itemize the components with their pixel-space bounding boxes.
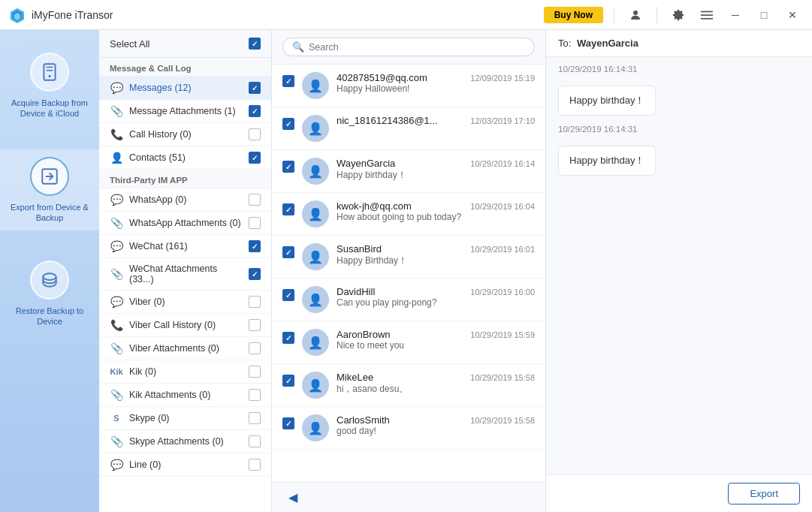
maximize-button[interactable]: □ xyxy=(753,5,774,26)
panel-item-skype-att[interactable]: 📎 Skype Attachments (0) xyxy=(99,430,271,453)
account-button[interactable] xyxy=(625,5,646,26)
kik-label: Kik (0) xyxy=(129,366,243,377)
menu-button[interactable] xyxy=(696,5,717,26)
export-icon xyxy=(30,157,69,196)
sidebar-item-acquire[interactable]: Acquire Backup from Device & iCloud xyxy=(0,45,99,127)
wechat-att-icon: 📎 xyxy=(110,268,123,280)
sidebar-item-restore[interactable]: Restore Backup to Device xyxy=(0,253,99,335)
svg-rect-4 xyxy=(701,11,713,12)
wechat-checkbox[interactable] xyxy=(249,240,261,252)
viber-call-checkbox[interactable] xyxy=(249,319,261,331)
message-item[interactable]: 👤 CarlosSmith 10/29/2019 15:58 good day! xyxy=(272,407,545,450)
export-button[interactable]: Export xyxy=(728,483,800,504)
contacts-label: Contacts (51) xyxy=(129,152,243,163)
message-item[interactable]: 👤 DavidHill 10/29/2019 16:00 Can you pla… xyxy=(272,279,545,321)
msg-avatar: 👤 xyxy=(302,372,329,399)
whatsapp-att-checkbox[interactable] xyxy=(249,217,261,229)
msg-avatar: 👤 xyxy=(302,200,329,227)
viber-call-icon: 📞 xyxy=(110,319,123,331)
msg-checkbox[interactable] xyxy=(282,246,294,258)
msg-attach-label: Message Attachments (1) xyxy=(129,106,243,116)
panel-item-whatsapp-att[interactable]: 📎 WhatsApp Attachments (0) xyxy=(99,212,271,235)
minimize-button[interactable]: ─ xyxy=(725,5,746,26)
msg-name: DavidHill xyxy=(337,286,375,297)
message-item[interactable]: 👤 AaronBrown 10/29/2019 15:59 Nice to me… xyxy=(272,321,545,364)
kik-icon: Kik xyxy=(110,367,123,376)
msg-checkbox[interactable] xyxy=(282,203,294,215)
restore-icon xyxy=(30,261,69,300)
close-button[interactable]: ✕ xyxy=(782,5,803,26)
line-checkbox[interactable] xyxy=(249,459,261,471)
message-item[interactable]: 👤 MikeLee 10/29/2019 15:58 hi，asano desu… xyxy=(272,364,545,407)
msg-preview: How about going to pub today? xyxy=(337,212,535,222)
wechat-att-checkbox[interactable] xyxy=(249,268,261,280)
msg-checkbox[interactable] xyxy=(282,332,294,344)
msg-avatar: 👤 xyxy=(302,286,329,313)
msg-checkbox[interactable] xyxy=(282,118,294,130)
panel-item-messages[interactable]: 💬 Messages (12) xyxy=(99,77,271,100)
viber-checkbox[interactable] xyxy=(249,296,261,308)
panel-item-wechat-att[interactable]: 📎 WeChat Attachments (33...) xyxy=(99,258,271,291)
settings-button[interactable] xyxy=(668,5,689,26)
msg-date: 10/29/2019 16:01 xyxy=(470,245,535,254)
panel-item-contacts[interactable]: 👤 Contacts (51) xyxy=(99,146,271,170)
panel-item-call-history[interactable]: 📞 Call History (0) xyxy=(99,123,271,146)
panel-item-viber-att[interactable]: 📎 Viber Attachments (0) xyxy=(99,337,271,360)
messages-checkbox[interactable] xyxy=(249,82,261,94)
svg-point-3 xyxy=(633,11,638,15)
skype-att-icon: 📎 xyxy=(110,435,123,447)
back-button[interactable]: ◀ xyxy=(282,489,303,506)
sidebar-item-export[interactable]: Export from Device & Backup xyxy=(0,149,99,231)
panel-item-viber-call[interactable]: 📞 Viber Call History (0) xyxy=(99,314,271,337)
msg-checkbox[interactable] xyxy=(282,417,294,429)
panel-item-skype[interactable]: S Skype (0) xyxy=(99,407,271,430)
msg-checkbox[interactable] xyxy=(282,161,294,173)
search-input[interactable] xyxy=(309,42,525,53)
message-item[interactable]: 👤 SusanBird 10/29/2019 16:01 Happy Birth… xyxy=(272,236,545,279)
call-checkbox[interactable] xyxy=(249,128,261,140)
skype-checkbox[interactable] xyxy=(249,412,261,424)
panel-item-whatsapp[interactable]: 💬 WhatsApp (0) xyxy=(99,188,271,212)
app-title: iMyFone iTransor xyxy=(32,9,113,21)
panel: Select All Message & Call Log 💬 Messages… xyxy=(99,30,272,512)
msg-attach-checkbox[interactable] xyxy=(249,105,261,117)
msg-checkbox[interactable] xyxy=(282,289,294,301)
message-item[interactable]: 👤 402878519@qq.com 12/09/2019 15:19 Happ… xyxy=(272,65,545,107)
panel-item-line[interactable]: 💬 Line (0) xyxy=(99,453,271,477)
sidebar-label-restore: Restore Backup to Device xyxy=(6,306,93,327)
kik-att-checkbox[interactable] xyxy=(249,389,261,401)
panel-item-wechat[interactable]: 💬 WeChat (161) xyxy=(99,235,271,258)
contacts-checkbox[interactable] xyxy=(249,152,261,164)
message-item[interactable]: 👤 WayenGarcia 10/29/2019 16:14 Happy bir… xyxy=(272,150,545,193)
message-item[interactable]: 👤 kwok-jh@qq.com 10/29/2019 16:04 How ab… xyxy=(272,193,545,236)
buy-now-button[interactable]: Buy Now xyxy=(544,7,603,23)
whatsapp-att-label: WhatsApp Attachments (0) xyxy=(129,218,243,228)
whatsapp-label: WhatsApp (0) xyxy=(129,194,243,205)
msg-content: AaronBrown 10/29/2019 15:59 Nice to meet… xyxy=(337,329,535,351)
kik-checkbox[interactable] xyxy=(249,366,261,378)
sidebar-label-acquire: Acquire Backup from Device & iCloud xyxy=(6,98,93,119)
viber-att-checkbox[interactable] xyxy=(249,342,261,354)
msg-checkbox[interactable] xyxy=(282,375,294,387)
panel-item-kik[interactable]: Kik Kik (0) xyxy=(99,360,271,384)
panel-item-viber[interactable]: 💬 Viber (0) xyxy=(99,291,271,314)
separator xyxy=(614,7,614,23)
message-items: 👤 402878519@qq.com 12/09/2019 15:19 Happ… xyxy=(272,65,545,482)
skype-label: Skype (0) xyxy=(129,413,243,423)
message-list-header: 🔍 xyxy=(272,30,545,65)
msg-preview: Nice to meet you xyxy=(337,340,535,351)
message-item[interactable]: 👤 nic_18161214386@1... 12/03/2019 17:10 xyxy=(272,107,545,150)
panel-item-msg-attachments[interactable]: 📎 Message Attachments (1) xyxy=(99,100,271,123)
panel-item-kik-att[interactable]: 📎 Kik Attachments (0) xyxy=(99,384,271,407)
whatsapp-checkbox[interactable] xyxy=(249,194,261,206)
select-all-checkbox[interactable] xyxy=(249,38,261,50)
detail-bubble: Happy birthday！ xyxy=(558,86,656,116)
acquire-icon xyxy=(30,53,69,92)
detail-to-label: To: xyxy=(558,38,571,49)
skype-att-label: Skype Attachments (0) xyxy=(129,436,243,447)
message-list: 🔍 👤 402878519@qq.com 12/09/2019 15:19 Ha… xyxy=(272,30,546,512)
msg-attach-icon: 📎 xyxy=(110,105,123,117)
hamburger-icon xyxy=(701,9,713,21)
msg-checkbox[interactable] xyxy=(282,75,294,87)
skype-att-checkbox[interactable] xyxy=(249,435,261,447)
